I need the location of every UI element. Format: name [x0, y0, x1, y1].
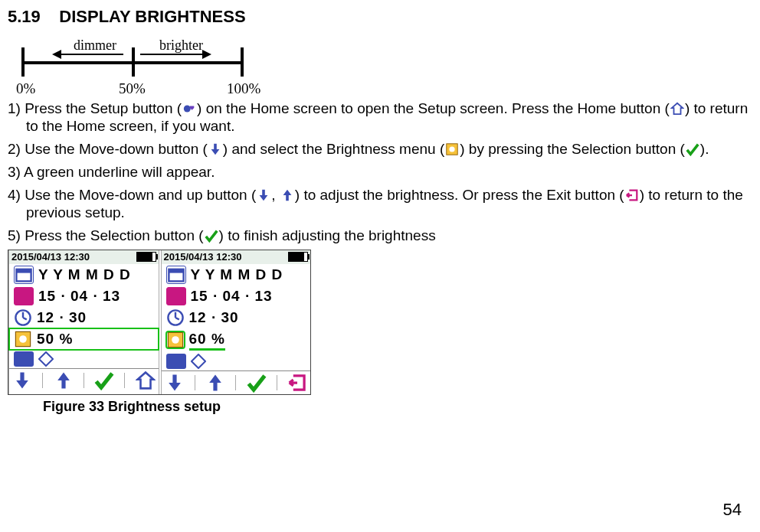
time-value: 12 · 30	[37, 308, 87, 327]
move-up-icon	[280, 188, 295, 202]
screen-datetime: 2015/04/13 12:30	[11, 251, 90, 263]
density-icon	[38, 351, 54, 367]
svg-rect-4	[16, 269, 31, 273]
nav-down-icon[interactable]	[12, 370, 32, 390]
clock-icon	[166, 309, 185, 326]
svg-point-7	[19, 335, 27, 343]
bed-icon	[14, 351, 34, 367]
step-2: 2) Use the Move-down button () and selec…	[8, 140, 752, 158]
date-value: 15 · 04 · 13	[38, 287, 120, 305]
svg-point-2	[450, 146, 455, 152]
nav-home-icon[interactable]	[136, 370, 156, 390]
move-down-icon	[256, 188, 271, 202]
brightness-menu-icon	[444, 142, 460, 156]
home-button-icon	[670, 102, 685, 116]
brightness-scale-diagram: dimmer brighter 0% 50% 100%	[14, 32, 251, 93]
nav-up-icon[interactable]	[54, 370, 74, 390]
brightness-icon	[166, 331, 185, 348]
figure-caption: Figure 33 Brightness setup	[43, 398, 752, 416]
date-value: 15 · 04 · 13	[191, 287, 273, 305]
clock-icon	[14, 309, 32, 326]
nav-down-icon[interactable]	[165, 373, 185, 393]
date-icon	[166, 287, 186, 305]
svg-point-0	[184, 105, 191, 112]
nav-up-icon[interactable]	[205, 373, 225, 393]
dimmer-label: dimmer	[74, 37, 116, 54]
ymd-label: Y Y M M D D	[191, 266, 283, 284]
brightness-row: 60 %	[162, 328, 311, 352]
instruction-list: 1) Press the Setup button () on the Home…	[8, 100, 752, 245]
scale-100-label: 100%	[227, 80, 260, 98]
brighter-label: brighter	[159, 37, 203, 54]
section-heading: 5.19 DISPLAY BRIGHTNESS	[8, 6, 752, 28]
date-icon	[14, 287, 34, 305]
nav-exit-icon[interactable]	[287, 373, 307, 393]
bed-icon	[166, 354, 186, 369]
selection-button-icon	[685, 142, 700, 156]
screenshot-right: 2015/04/13 12:30 Y Y M M D D 15 · 04 · 1…	[161, 250, 311, 394]
battery-icon	[288, 252, 308, 262]
battery-icon	[136, 252, 156, 262]
device-screenshots: 2015/04/13 12:30 Y Y M M D D 15 · 04 · 1…	[8, 250, 311, 395]
step-1: 1) Press the Setup button () on the Home…	[8, 100, 752, 136]
ymd-label: Y Y M M D D	[38, 266, 131, 284]
density-icon	[191, 354, 206, 369]
svg-point-12	[172, 336, 179, 344]
scale-50-label: 50%	[119, 80, 146, 98]
setup-button-icon	[182, 102, 197, 116]
exit-button-icon	[624, 188, 640, 202]
brightness-value: 50 %	[37, 330, 73, 348]
svg-rect-9	[169, 269, 183, 273]
calendar-icon	[166, 266, 186, 284]
brightness-row-selected: 50 %	[9, 328, 159, 350]
step-5: 5) Press the Selection button () to fini…	[8, 227, 752, 245]
screen-navbar	[162, 370, 311, 394]
brightness-value: 60 %	[189, 330, 225, 351]
arrow-left-icon	[60, 54, 123, 55]
brightness-icon	[14, 331, 32, 348]
step-3: 3) A green underline will appear.	[8, 163, 752, 181]
screen-datetime: 2015/04/13 12:30	[164, 251, 242, 263]
nav-select-icon[interactable]	[94, 370, 114, 390]
selection-button-icon	[204, 229, 219, 243]
time-value: 12 · 30	[189, 308, 239, 327]
scale-0-label: 0%	[16, 80, 35, 98]
page-number: 54	[723, 499, 742, 521]
step-4: 4) Use the Move-down and up button (, ) …	[8, 186, 752, 223]
arrow-right-icon	[140, 54, 204, 55]
nav-select-icon[interactable]	[247, 373, 267, 393]
calendar-icon	[14, 266, 34, 284]
screenshot-left: 2015/04/13 12:30 Y Y M M D D 15 · 04 · 1…	[8, 250, 159, 394]
move-down-icon	[208, 142, 223, 156]
screen-navbar	[9, 368, 159, 392]
